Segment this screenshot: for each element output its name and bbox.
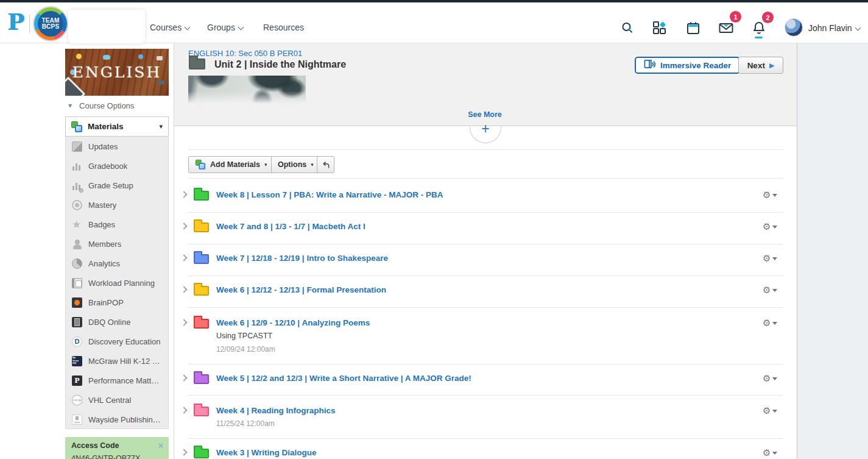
row-options-gear[interactable]: ⚙ bbox=[763, 254, 777, 263]
play-triangle-icon: ▶ bbox=[769, 62, 774, 69]
immersive-reader-button[interactable]: Immersive Reader bbox=[635, 57, 740, 74]
brainpop-icon bbox=[72, 297, 82, 308]
user-menu[interactable]: John Flavin bbox=[808, 23, 860, 33]
material-folder-link[interactable]: Week 7 | 12/18 - 12/19 | Intro to Shakes… bbox=[216, 254, 388, 263]
triangle-down-icon: ▾ bbox=[68, 101, 72, 110]
chevron-down-icon bbox=[855, 25, 861, 31]
sidebar-item-workload-planning[interactable]: Workload Planning bbox=[66, 273, 168, 293]
options-button[interactable]: Options ▾ bbox=[271, 156, 320, 173]
add-here-button[interactable]: + bbox=[470, 121, 501, 137]
row-options-gear[interactable]: ⚙ bbox=[763, 407, 777, 415]
gear-icon: ⚙ bbox=[763, 222, 771, 231]
sidebar-item-mastery[interactable]: Mastery bbox=[66, 195, 168, 215]
gear-icon: ⚙ bbox=[763, 407, 771, 415]
expand-chevron-icon[interactable] bbox=[180, 222, 187, 229]
chevron-down-icon bbox=[185, 24, 191, 30]
add-materials-button[interactable]: Add Materials ▾ bbox=[188, 156, 274, 173]
sidebar-item-analytics[interactable]: Analytics bbox=[66, 254, 168, 273]
top-navbar: P TEAM BCPS Courses Groups Resources 1 2 bbox=[0, 2, 868, 43]
gear-icon: ⚙ bbox=[763, 319, 771, 327]
apps-grid-icon[interactable] bbox=[652, 21, 667, 38]
see-more-link[interactable]: See More bbox=[454, 110, 515, 119]
gear-icon: ⚙ bbox=[763, 286, 771, 294]
access-code-title: Access Code bbox=[71, 441, 163, 450]
gear-icon: ⚙ bbox=[763, 191, 771, 199]
caret-down-icon bbox=[772, 377, 777, 380]
sidebar-item-discovery-education[interactable]: DDiscovery Education bbox=[66, 332, 168, 351]
sidebar-item-vhl-central[interactable]: VISTAVHL Central bbox=[66, 390, 168, 410]
caret-down-icon bbox=[772, 257, 777, 260]
material-folder-link[interactable]: Week 6 | 12/12 - 12/13 | Formal Presenta… bbox=[216, 285, 386, 294]
folder-icon bbox=[194, 286, 209, 296]
notifications-bell-icon[interactable] bbox=[752, 21, 766, 38]
chevron-down-icon: ▾ bbox=[159, 123, 163, 130]
sidebar-item-gradebook[interactable]: Gradebook bbox=[66, 156, 168, 176]
sidebar-item-brainpop[interactable]: BrainPOP bbox=[66, 293, 168, 312]
messages-icon[interactable] bbox=[718, 21, 734, 38]
notifications-badge: 2 bbox=[762, 12, 774, 23]
breadcrumb-course-link[interactable]: ENGLISH 10: Sec 050 B PER01 bbox=[188, 49, 302, 58]
next-button[interactable]: Next ▶ bbox=[738, 57, 783, 74]
nav-courses[interactable]: Courses bbox=[150, 23, 189, 32]
material-row: Week 7 | 12/18 - 12/19 | Intro to Shakes… bbox=[174, 244, 796, 276]
row-options-gear[interactable]: ⚙ bbox=[763, 191, 777, 199]
immersive-reader-icon bbox=[644, 59, 655, 72]
close-icon[interactable]: × bbox=[158, 441, 163, 450]
material-folder-link[interactable]: Week 5 | 12/2 and 12/3 | Write a Short N… bbox=[216, 374, 471, 383]
expand-chevron-icon[interactable] bbox=[180, 191, 187, 197]
course-image-text: ENGLISH bbox=[65, 63, 169, 81]
folder-icon bbox=[194, 319, 209, 329]
expand-chevron-icon[interactable] bbox=[180, 374, 187, 381]
calendar-icon[interactable] bbox=[686, 21, 700, 38]
expand-chevron-icon[interactable] bbox=[180, 286, 187, 293]
row-options-gear[interactable]: ⚙ bbox=[763, 374, 777, 383]
sidebar-item-wayside-publishing[interactable]: Wayside Publishing Lear... bbox=[66, 410, 168, 429]
updates-icon bbox=[72, 141, 82, 152]
folder-icon bbox=[194, 374, 209, 384]
row-options-gear[interactable]: ⚙ bbox=[763, 286, 777, 294]
doodle bbox=[103, 55, 110, 60]
row-options-gear[interactable]: ⚙ bbox=[763, 222, 777, 231]
sidebar-item-updates[interactable]: Updates bbox=[66, 137, 168, 156]
sidebar-item-dbq-online[interactable]: DBQ Online bbox=[66, 312, 168, 332]
row-options-gear[interactable]: ⚙ bbox=[763, 449, 777, 457]
sidebar-item-members[interactable]: Members bbox=[66, 234, 168, 254]
gear-icon: ⚙ bbox=[763, 374, 771, 383]
user-avatar[interactable] bbox=[785, 18, 803, 37]
course-banner-image[interactable]: ENGLISH bbox=[65, 49, 169, 96]
sidebar-item-materials[interactable]: Materials ▾ bbox=[65, 116, 169, 137]
material-folder-link[interactable]: Week 8 | Lesson 7 | PBA: Write a Narrati… bbox=[216, 190, 443, 199]
expand-chevron-icon[interactable] bbox=[180, 449, 187, 455]
powerschool-logo[interactable]: P bbox=[7, 9, 23, 35]
sidebar-item-badges[interactable]: ★Badges bbox=[66, 215, 168, 234]
material-row: Week 7 and 8 | 1/3 - 1/7 | Macbeth Act I… bbox=[174, 213, 796, 244]
access-code-panel: Access Code × 4N46-GNTP-QB77X bbox=[65, 437, 169, 459]
material-row: Week 6 | 12/12 - 12/13 | Formal Presenta… bbox=[174, 276, 796, 307]
sidebar-item-grade-setup[interactable]: Grade Setup bbox=[66, 176, 168, 195]
messages-badge: 1 bbox=[730, 11, 741, 23]
expand-chevron-icon[interactable] bbox=[180, 407, 187, 413]
sidebar-item-mcgraw-hill[interactable]: Mc Graw HillMcGraw Hill K-12 SSO bbox=[66, 351, 168, 371]
expand-chevron-icon[interactable] bbox=[180, 254, 187, 261]
team-bcps-logo[interactable]: TEAM BCPS bbox=[34, 7, 67, 40]
material-row: Week 3 | Writing Dialogue ⚙ bbox=[174, 439, 796, 459]
material-folder-link[interactable]: Week 4 | Reading Infographics bbox=[216, 406, 336, 415]
material-folder-link[interactable]: Week 6 | 12/9 - 12/10 | Analyzing Poems bbox=[216, 318, 370, 327]
folder-icon bbox=[194, 449, 209, 458]
nav-resources[interactable]: Resources bbox=[263, 23, 304, 32]
notifications-active-indicator bbox=[755, 37, 763, 38]
doodle bbox=[76, 54, 82, 59]
search-icon[interactable] bbox=[620, 21, 635, 38]
chevron-down-icon bbox=[238, 24, 244, 30]
gradebook-icon bbox=[72, 161, 82, 171]
nav-groups[interactable]: Groups bbox=[207, 23, 243, 32]
expand-chevron-icon[interactable] bbox=[180, 319, 187, 326]
row-options-gear[interactable]: ⚙ bbox=[763, 319, 777, 327]
course-options-toggle[interactable]: ▾ Course Options bbox=[68, 99, 169, 112]
material-row: Week 6 | 12/9 - 12/10 | Analyzing Poems … bbox=[174, 308, 796, 364]
sidebar-item-performance-matters[interactable]: PPerformance Matters bbox=[66, 371, 168, 390]
undo-button[interactable] bbox=[317, 156, 334, 173]
caret-down-icon bbox=[772, 322, 777, 325]
material-folder-link[interactable]: Week 7 and 8 | 1/3 - 1/7 | Macbeth Act I bbox=[216, 222, 365, 231]
material-folder-link[interactable]: Week 3 | Writing Dialogue bbox=[216, 448, 317, 457]
